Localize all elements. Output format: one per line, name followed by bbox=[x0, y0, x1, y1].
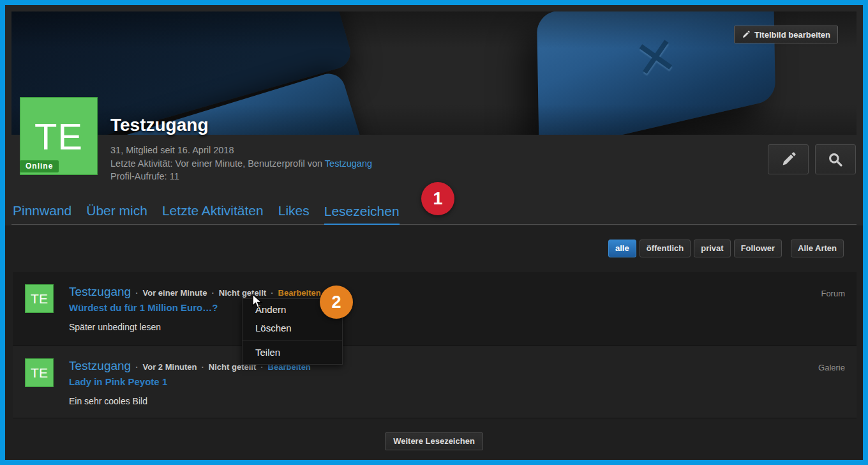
edit-profile-button[interactable] bbox=[768, 144, 809, 174]
bookmark-time: Vor 2 Minuten bbox=[143, 362, 197, 372]
tab-likes[interactable]: Likes bbox=[278, 203, 310, 224]
keyboard-key-shape bbox=[680, 83, 857, 135]
bookmark-time: Vor einer Minute bbox=[143, 288, 207, 298]
profile-avatar: TE Online bbox=[20, 97, 98, 175]
menu-divider bbox=[243, 340, 342, 340]
edit-cover-button[interactable]: Titelbild bearbeiten bbox=[734, 26, 838, 43]
profile-meta-line3: Profil-Aufrufe: 11 bbox=[110, 170, 372, 183]
bookmark-edit-link[interactable]: Bearbeiten bbox=[278, 288, 321, 298]
filter-oeffentlich-button[interactable]: öffentlich bbox=[640, 240, 691, 257]
tab-lesezeichen[interactable]: Lesezeichen bbox=[324, 204, 400, 225]
pencil-icon bbox=[781, 152, 796, 167]
last-activity-text: Letzte Aktivität: Vor einer Minute, Benu… bbox=[110, 158, 322, 169]
page-title: Testzugang bbox=[110, 115, 208, 135]
search-button[interactable] bbox=[815, 144, 856, 174]
avatar-initials: TE bbox=[31, 291, 48, 307]
bookmark-list: TE Testzugang · Vor einer Minute · Nicht… bbox=[13, 272, 857, 418]
bookmark-title-link[interactable]: Würdest du für 1 Million Euro…? bbox=[69, 302, 218, 313]
bookmark-title-link[interactable]: Lady in Pink Peyote 1 bbox=[69, 376, 167, 387]
bookmark-author-link[interactable]: Testzugang bbox=[69, 285, 131, 299]
mouse-cursor-icon bbox=[252, 294, 264, 309]
profile-meta-line2: Letzte Aktivität: Vor einer Minute, Benu… bbox=[110, 157, 372, 171]
menu-item-teilen[interactable]: Teilen bbox=[243, 343, 342, 362]
bookmark-header: Testzugang · Vor einer Minute · Nicht ge… bbox=[69, 285, 845, 299]
tab-ueber-mich[interactable]: Über mich bbox=[86, 203, 147, 224]
filter-alle-arten-button[interactable]: Alle Arten bbox=[791, 240, 844, 257]
footer: Weitere Lesezeichen bbox=[5, 432, 863, 450]
separator-dot: · bbox=[135, 288, 138, 298]
bookmark-filter-bar: alle öffentlich privat Follower Alle Art… bbox=[608, 240, 844, 257]
bookmark-item: TE Testzugang · Vor einer Minute · Nicht… bbox=[13, 272, 857, 346]
profile-page: ✕ Titelbild bearbeiten TE Online Testzug… bbox=[5, 5, 863, 460]
bookmark-avatar[interactable]: TE bbox=[25, 284, 54, 313]
bookmark-description: Ein sehr cooles Bild bbox=[69, 396, 845, 406]
bookmark-source-label: Forum bbox=[821, 289, 845, 298]
bookmark-author-link[interactable]: Testzugang bbox=[69, 359, 131, 373]
bookmark-source-label: Galerie bbox=[818, 363, 845, 372]
more-bookmarks-button[interactable]: Weitere Lesezeichen bbox=[385, 432, 483, 450]
annotation-marker-2: 2 bbox=[320, 286, 353, 319]
avatar-initials: TE bbox=[31, 365, 48, 381]
filter-privat-button[interactable]: privat bbox=[694, 240, 730, 257]
bookmark-item: TE Testzugang · Vor 2 Minuten · Nicht ge… bbox=[13, 346, 857, 418]
menu-item-loeschen[interactable]: Löschen bbox=[243, 319, 342, 337]
online-status-badge: Online bbox=[20, 160, 59, 172]
bookmark-header: Testzugang · Vor 2 Minuten · Nicht getei… bbox=[69, 359, 845, 373]
bookmark-description: Später unbedingt lesen bbox=[69, 322, 845, 332]
separator-dot: · bbox=[135, 362, 138, 372]
profile-meta-line1: 31, Mitglied seit 16. April 2018 bbox=[110, 144, 372, 157]
pencil-icon bbox=[742, 31, 750, 39]
profile-meta: 31, Mitglied seit 16. April 2018 Letzte … bbox=[110, 144, 372, 183]
x-key-glyph: ✕ bbox=[631, 24, 682, 91]
edit-cover-label: Titelbild bearbeiten bbox=[754, 30, 830, 40]
tab-letzte-aktivitaeten[interactable]: Letzte Aktivitäten bbox=[162, 203, 264, 224]
filter-follower-button[interactable]: Follower bbox=[734, 240, 782, 257]
tab-pinnwand[interactable]: Pinnwand bbox=[13, 203, 71, 224]
avatar-initials: TE bbox=[34, 115, 83, 158]
separator-dot: · bbox=[202, 362, 204, 372]
profile-user-link[interactable]: Testzugang bbox=[325, 158, 372, 169]
annotation-marker-1: 1 bbox=[421, 182, 454, 215]
filter-alle-button[interactable]: alle bbox=[608, 240, 636, 257]
search-icon bbox=[828, 152, 843, 167]
separator-dot: · bbox=[271, 288, 273, 298]
bookmark-avatar[interactable]: TE bbox=[25, 358, 54, 387]
separator-dot: · bbox=[211, 288, 214, 298]
